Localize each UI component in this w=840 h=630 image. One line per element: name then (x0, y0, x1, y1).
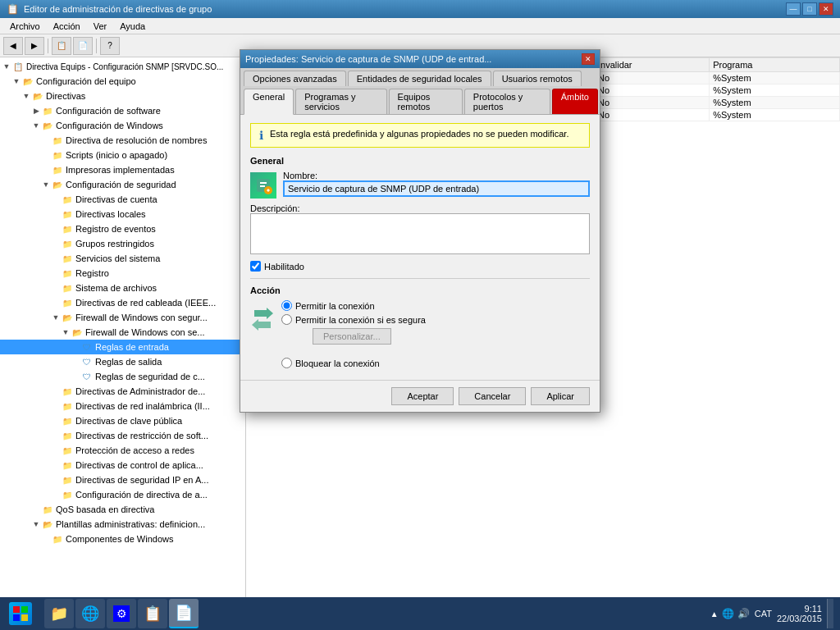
svg-rect-1 (21, 606, 28, 613)
svg-rect-3 (21, 614, 28, 621)
info-text: Esta regla está predefinida y algunas pr… (270, 129, 568, 139)
tab-entidades-seguridad[interactable]: Entidades de seguridad locales (348, 71, 491, 86)
terminal-icon: ⚙ (113, 605, 130, 622)
volume-icon[interactable]: 🔊 (737, 608, 750, 619)
clock-date: 22/03/2015 (777, 614, 822, 623)
radio-bloquear[interactable] (281, 358, 292, 368)
svg-rect-2 (13, 614, 20, 621)
explorer-icon: 📁 (50, 605, 68, 623)
separator (250, 278, 590, 279)
modal-close-button[interactable]: ✕ (582, 53, 595, 65)
taskbar-app-explorer2[interactable]: 📋 (138, 599, 167, 628)
apply-button[interactable]: Aplicar (531, 387, 590, 405)
radio-permitir-label: Permitir la conexión (295, 301, 375, 311)
personalize-button[interactable]: Personalizar... (313, 328, 391, 345)
taskbar-right: ▲ 🌐 🔊 CAT 9:11 22/03/2015 (710, 599, 840, 628)
modal-body: ℹ Esta regla está predefinida y algunas … (240, 115, 600, 380)
modal-tabs-row1: Opciones avanzadas Entidades de segurida… (240, 68, 600, 87)
description-textarea[interactable] (250, 213, 590, 254)
modal-overlay: Propiedades: Servicio de captura de SNMP… (0, 0, 840, 597)
radio-permitir-segura-label: Permitir la conexión si es segura (295, 315, 426, 325)
action-arrows-icon (250, 304, 275, 338)
tab-ambito[interactable]: Ámbito (552, 89, 598, 114)
explorer2-icon: 📋 (144, 605, 162, 623)
radio-permitir[interactable] (281, 300, 292, 311)
modal-tabs-row2: General Programas y servicios Equipos re… (240, 86, 600, 115)
radio-permitir-segura: Permitir la conexión si es segura (281, 314, 426, 325)
windows-logo (9, 602, 32, 625)
tab-opciones-avanzadas[interactable]: Opciones avanzadas (244, 71, 346, 86)
taskbar-tray: ▲ 🌐 🔊 (710, 608, 750, 619)
tab-usuarios-remotos[interactable]: Usuarios remotos (493, 71, 582, 86)
action-container: Permitir la conexión Permitir la conexió… (250, 300, 590, 372)
clock-time: 9:11 (777, 604, 822, 614)
description-row: Descripción: (250, 203, 590, 256)
language-indicator[interactable]: CAT (755, 609, 772, 619)
taskbar-app-ie[interactable]: 🌐 (75, 599, 105, 628)
tab-equipos-remotos[interactable]: Equipos remotos (389, 89, 463, 114)
personalize-row: Personalizar... (281, 328, 426, 351)
radio-bloquear-label: Bloquear la conexión (295, 358, 380, 368)
enabled-label: Habilitado (264, 262, 304, 272)
action-radios: Permitir la conexión Permitir la conexió… (281, 300, 426, 372)
modal-title: Propiedades: Servicio de captura de SNMP… (245, 54, 491, 64)
radio-bloquear: Bloquear la conexión (281, 358, 426, 368)
active-app-icon: 📄 (175, 604, 193, 622)
info-box: ℹ Esta regla está predefinida y algunas … (250, 123, 590, 148)
taskbar-apps: 📁 🌐 ⚙ 📋 📄 (41, 599, 202, 628)
action-section-label: Acción (250, 285, 590, 295)
taskbar-app-terminal[interactable]: ⚙ (107, 599, 136, 628)
name-input[interactable] (283, 180, 590, 197)
taskbar-app-active[interactable]: 📄 (169, 599, 199, 628)
tab-programas-servicios[interactable]: Programas y servicios (295, 89, 386, 114)
info-icon: ℹ (259, 129, 263, 142)
network-icon[interactable]: 🌐 (722, 608, 734, 619)
general-section-label: General (250, 156, 590, 166)
taskbar: 📁 🌐 ⚙ 📋 📄 ▲ 🌐 🔊 CAT 9:11 22/03/2015 (0, 597, 840, 630)
properties-dialog: Propiedades: Servicio de captura de SNMP… (240, 49, 600, 413)
tray-arrow[interactable]: ▲ (710, 609, 719, 619)
name-row: Nombre: (250, 171, 590, 199)
cancel-button[interactable]: Cancelar (459, 387, 526, 405)
ie-icon: 🌐 (81, 605, 99, 623)
name-label: Nombre: (283, 171, 590, 180)
start-button[interactable] (0, 597, 41, 630)
show-desktop-btn[interactable] (827, 599, 833, 628)
radio-permitir-segura[interactable] (281, 314, 292, 325)
name-field-container: Nombre: (283, 171, 590, 197)
rule-icon (250, 172, 276, 199)
enabled-checkbox[interactable] (250, 261, 261, 272)
accept-button[interactable]: Aceptar (391, 387, 454, 405)
modal-footer: Aceptar Cancelar Aplicar (240, 380, 600, 412)
tab-general[interactable]: General (244, 89, 294, 115)
modal-title-bar: Propiedades: Servicio de captura de SNMP… (240, 50, 600, 68)
tab-protocolos-puertos[interactable]: Protocolos y puertos (464, 89, 550, 114)
taskbar-clock[interactable]: 9:11 22/03/2015 (777, 604, 822, 623)
enabled-row: Habilitado (250, 261, 590, 272)
svg-rect-0 (13, 606, 20, 613)
description-label: Descripción: (250, 203, 590, 213)
taskbar-app-explorer[interactable]: 📁 (44, 599, 74, 628)
radio-permitir-conexion: Permitir la conexión (281, 300, 426, 311)
